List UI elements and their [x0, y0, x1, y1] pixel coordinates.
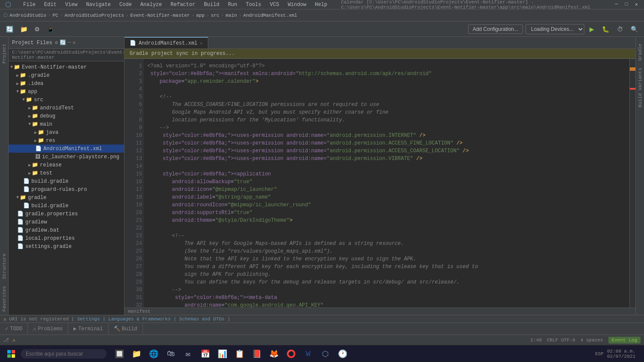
- file-explorer-app[interactable]: 📁: [129, 346, 144, 362]
- tree-item-build-gradle[interactable]: 📄 build.gradle: [9, 202, 124, 210]
- warning-icon: ⚠: [3, 317, 6, 322]
- sdk-manager-btn[interactable]: ⚙: [32, 24, 43, 34]
- breadcrumb-projects[interactable]: AndroidStudioProjects: [64, 13, 124, 18]
- code-line: android:icon="@mipmap/ic_launcher": [147, 186, 626, 193]
- project-structure-btn[interactable]: 📁: [18, 24, 30, 34]
- code-line: <!--: [147, 232, 626, 240]
- clock-app[interactable]: 🕐: [335, 346, 350, 362]
- maximize-btn[interactable]: □: [623, 1, 631, 8]
- sync-btn[interactable]: 🔄: [3, 24, 16, 34]
- panel-close-icon[interactable]: ✕: [73, 39, 76, 46]
- search-everywhere-btn[interactable]: 🔍: [628, 24, 641, 34]
- tree-item-settings-gradle[interactable]: 📄 settings.gradle: [9, 242, 124, 250]
- mail-app[interactable]: ✉: [180, 346, 196, 362]
- gradle-label[interactable]: Gradle: [637, 40, 644, 64]
- edge-app[interactable]: 🌐: [146, 346, 161, 362]
- line-number: 6: [126, 101, 142, 109]
- menu-edit[interactable]: Edit: [43, 1, 58, 9]
- problems-tab[interactable]: ⚠ Problems: [28, 323, 68, 335]
- breadcrumb-logo: ⬡: [3, 12, 8, 18]
- menu-vcs[interactable]: VCS: [268, 1, 281, 9]
- event-log-btn[interactable]: Event Log: [608, 337, 641, 344]
- breadcrumb-main[interactable]: main: [226, 13, 237, 18]
- menu-window[interactable]: Window: [286, 1, 308, 9]
- taskbar-search[interactable]: [21, 349, 106, 359]
- tree-item-event-notifier-master[interactable]: ▼ 📁 Event-Notifier-master: [9, 63, 124, 71]
- build-variants-label[interactable]: Build Variants: [637, 64, 644, 111]
- build-tab[interactable]: 🔨 Build: [109, 323, 143, 335]
- breadcrumb-manifest[interactable]: AndroidManifest.xml: [243, 13, 297, 18]
- breadcrumb-pc[interactable]: PC: [52, 13, 58, 18]
- minimize-btn[interactable]: ─: [612, 1, 620, 8]
- debug-btn[interactable]: 🐛: [599, 24, 612, 34]
- start-button[interactable]: [3, 346, 19, 362]
- panel-sync-icon[interactable]: 🔄: [60, 39, 66, 46]
- tree-item-label: proguard-rules.pro: [31, 187, 87, 193]
- tree-item-proguard-rules-pro[interactable]: 📄 proguard-rules.pro: [9, 185, 124, 193]
- android-studio-app[interactable]: ⬡: [318, 346, 333, 362]
- breadcrumb-android-studio[interactable]: AndroidStudio: [9, 13, 46, 18]
- tree-item-local-properties[interactable]: 📄 local.properties: [9, 234, 124, 242]
- terminal-tab[interactable]: ▶ Terminal: [68, 323, 109, 335]
- tree-item-release[interactable]: ▶ 📁 release: [9, 161, 124, 169]
- tree-item-java[interactable]: ▶ 📁 java: [9, 128, 124, 136]
- editor-tab-manifest[interactable]: 📄 AndroidManifest.xml ✕: [125, 37, 208, 48]
- device-selector[interactable]: Loading Devices...: [526, 24, 584, 34]
- project-label[interactable]: Project: [1, 40, 8, 67]
- favorites-label[interactable]: Favorites: [1, 283, 8, 315]
- tree-item--gradle[interactable]: ▶ 📁 .gradle: [9, 71, 124, 79]
- breadcrumb-app[interactable]: app: [196, 13, 205, 18]
- tree-item-gradle-properties[interactable]: 📄 gradle.properties: [9, 210, 124, 218]
- tree-item-gradlew-bat[interactable]: 📄 gradlew.bat: [9, 226, 124, 234]
- menu-file[interactable]: File: [21, 1, 37, 9]
- line-number: 13: [126, 155, 142, 163]
- menu-tools[interactable]: Tools: [244, 1, 263, 9]
- tree-item-src[interactable]: ▼ 📁 src: [9, 96, 124, 104]
- menu-run[interactable]: Run: [226, 1, 239, 9]
- excel-app[interactable]: 📊: [215, 346, 230, 362]
- code-content[interactable]: <?xml version="1.0" encoding="utf-8"?> s…: [144, 59, 629, 308]
- task-manager-app[interactable]: 🔲: [112, 346, 127, 362]
- panel-settings-icon[interactable]: ⚙: [55, 39, 58, 46]
- menu-code[interactable]: Code: [118, 1, 134, 9]
- word-app[interactable]: W: [301, 346, 316, 362]
- add-configuration-btn[interactable]: Add Configuration...: [468, 24, 523, 34]
- tree-item-debug[interactable]: ▶ 📁 debug: [9, 112, 124, 120]
- structure-label[interactable]: Structure: [1, 250, 8, 282]
- menu-build[interactable]: Build: [202, 1, 221, 9]
- profile-btn[interactable]: ⏱: [614, 24, 626, 34]
- todo-tab[interactable]: ✓ TODO: [0, 323, 28, 335]
- breadcrumb-event-notifier[interactable]: Event-Notifier-master: [130, 13, 190, 18]
- browser-app[interactable]: 🦊: [266, 346, 282, 362]
- tree-item-app[interactable]: ▼ 📁 app: [9, 87, 124, 96]
- tree-item-androidtest[interactable]: ▶ 📁 androidTest: [9, 104, 124, 112]
- tree-item-androidmanifest-xml[interactable]: 📄 AndroidManifest.xml: [9, 145, 124, 153]
- tree-item-res[interactable]: ▶ 📁 res: [9, 136, 124, 145]
- menu-navigate[interactable]: Navigate: [84, 1, 112, 9]
- tree-item-label: local.properties: [25, 235, 75, 241]
- uri-warning-link[interactable]: Settings | Languages & Frameworks | Sche…: [77, 317, 225, 322]
- calendar-app[interactable]: 📅: [197, 346, 213, 362]
- panel-collapse-icon[interactable]: —: [68, 39, 71, 46]
- close-btn[interactable]: ✕: [632, 1, 641, 8]
- breadcrumb-src[interactable]: src: [211, 13, 219, 18]
- menu-help[interactable]: Help: [313, 1, 329, 9]
- pdf-app[interactable]: 📕: [249, 346, 264, 362]
- main-layout: Project Structure Favorites Project File…: [0, 37, 644, 315]
- tab-close-btn[interactable]: ✕: [200, 41, 203, 46]
- avd-manager-btn[interactable]: 📱: [44, 24, 57, 34]
- tree-item-gradlew[interactable]: 📄 gradlew: [9, 218, 124, 226]
- menu-analyze[interactable]: Analyze: [139, 1, 164, 9]
- menu-refactor[interactable]: Refactor: [169, 1, 197, 9]
- tree-item-test[interactable]: ▶ 📁 test: [9, 169, 124, 177]
- opera-app[interactable]: ⭕: [283, 346, 299, 362]
- tree-item-build-gradle[interactable]: 📄 build.gradle: [9, 177, 124, 185]
- tree-item-main[interactable]: ▼ 📁 main: [9, 120, 124, 128]
- menu-view[interactable]: View: [64, 1, 79, 9]
- tree-item--idea[interactable]: ▶ 📁 .idea: [9, 79, 124, 87]
- tree-item-ic-launcher-playstore-png[interactable]: 🖼 ic_launcher-playstore.png: [9, 153, 124, 161]
- store-app[interactable]: 🛍: [163, 346, 179, 362]
- app2[interactable]: 📋: [232, 346, 247, 362]
- run-btn[interactable]: ▶: [587, 24, 597, 34]
- tree-item-gradle[interactable]: ▼ 📁 gradle: [9, 193, 124, 202]
